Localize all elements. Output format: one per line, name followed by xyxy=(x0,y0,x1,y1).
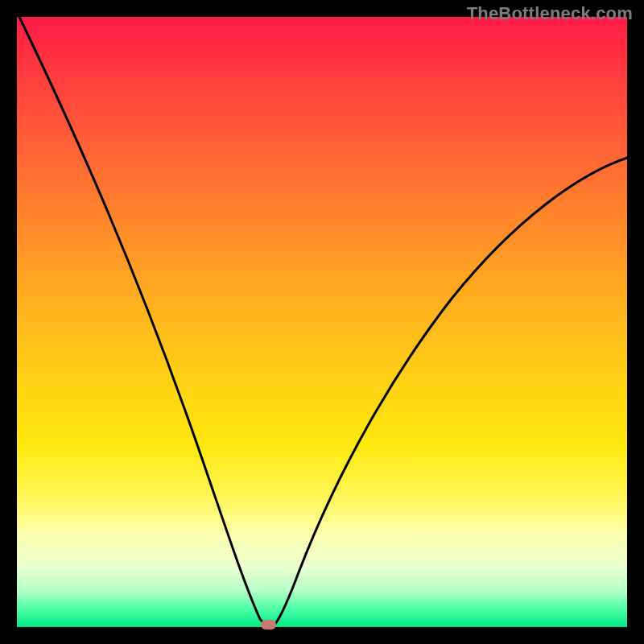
min-marker xyxy=(261,620,276,630)
curve-layer xyxy=(17,17,627,627)
plot-area xyxy=(17,17,627,627)
watermark-text: TheBottleneck.com xyxy=(467,3,633,24)
bottleneck-curve xyxy=(19,17,627,625)
chart-frame: TheBottleneck.com xyxy=(0,0,644,644)
